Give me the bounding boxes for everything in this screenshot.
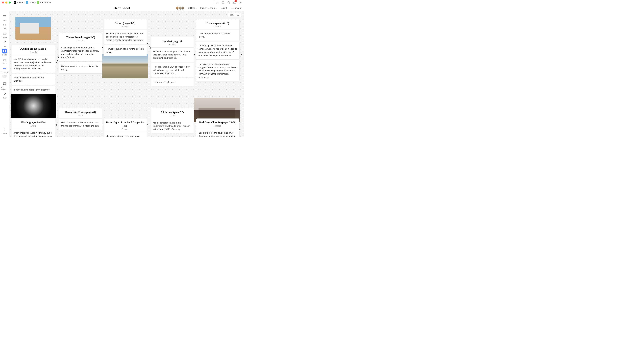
- tool-link[interactable]: Link: [1, 22, 8, 30]
- export-menu[interactable]: Export ⌄: [221, 7, 229, 9]
- device-count-value: 21: [216, 1, 219, 4]
- help-button[interactable]: ?: [222, 1, 224, 4]
- device-count[interactable]: 21: [214, 1, 219, 4]
- settings-button[interactable]: [238, 1, 242, 4]
- stack-header[interactable]: All Is Lost (page 77) 1 card: [150, 108, 194, 119]
- tool-board[interactable]: Board: [1, 48, 8, 56]
- publish-label: Publish & share: [200, 7, 215, 9]
- tool-add-image[interactable]: Add image: [1, 81, 8, 91]
- board-icon: [2, 49, 7, 53]
- minimize-window-button[interactable]: [5, 1, 8, 3]
- card[interactable]: Main character crashes his RV in the des…: [104, 29, 147, 44]
- svg-point-22: [4, 83, 4, 84]
- tool-draw-label: Draw: [2, 97, 6, 99]
- card[interactable]: Speaking into a camcorder, main characte…: [59, 44, 102, 61]
- card[interactable]: Main character debates his next move.: [196, 29, 240, 41]
- card[interactable]: An RV, driven by a crazed middle-aged ma…: [12, 55, 55, 73]
- tool-note[interactable]: Note: [1, 13, 8, 22]
- search-button[interactable]: [227, 1, 230, 4]
- tool-todo-label: To-do: [2, 36, 6, 38]
- stack-header[interactable]: Theme Stated (pages 1-3) 2 cards: [59, 33, 102, 44]
- close-window-button[interactable]: [2, 1, 4, 3]
- page-title: Beat Sheet: [114, 6, 130, 10]
- breadcrumb-current[interactable]: Beat Sheet: [37, 1, 51, 4]
- stack-all-is-lost[interactable]: All Is Lost (page 77) 1 card Main charac…: [150, 108, 194, 133]
- gear-icon: [238, 1, 242, 4]
- stack-header[interactable]: Break into Three (page 44) 1 card: [59, 108, 102, 119]
- column-icon: [2, 57, 7, 62]
- card[interactable]: He sees that his DEA agenct brother-in-l…: [150, 63, 194, 77]
- svg-rect-16: [3, 59, 6, 59]
- image-desert[interactable]: [102, 54, 148, 78]
- svg-line-4: [229, 3, 230, 4]
- card[interactable]: He's a man who must provide for his fami…: [59, 62, 102, 73]
- stack-header[interactable]: Bad Guys Close In (pages 29-39) 2 cards: [196, 119, 240, 129]
- breadcrumb-current-label: Beat Sheet: [40, 1, 51, 4]
- stack-title: Bad Guys Close In (pages 29-39): [198, 121, 237, 124]
- card[interactable]: He waits, gun in hand, for the police to…: [104, 45, 147, 56]
- image-dryer[interactable]: [10, 94, 56, 118]
- zoom-out-label: Zoom out: [232, 7, 241, 9]
- stack-bad-guys[interactable]: Bad Guys Close In (pages 29-39) 2 cards …: [196, 119, 240, 137]
- stack-debate[interactable]: Debate (pages 6-13) 3 cards Main charact…: [196, 19, 240, 81]
- stack-break-into-three[interactable]: Break into Three (page 44) 1 card Main c…: [59, 108, 102, 130]
- card[interactable]: Sirens can be heard in the distance.: [12, 86, 55, 94]
- breadcrumb-work[interactable]: Work: [26, 1, 34, 4]
- tool-more[interactable]: •••: [1, 74, 8, 78]
- maximize-window-button[interactable]: [9, 1, 11, 3]
- tool-board-label: Board: [2, 54, 7, 56]
- stack-dark-night[interactable]: Dark Night of the Soul (pages 44-46) 2 c…: [104, 119, 147, 137]
- stack-count: 2 cards: [106, 25, 144, 28]
- stack-set-up[interactable]: Set up (pages 1-5) 2 cards Main characte…: [104, 19, 147, 56]
- image-icon: [2, 81, 7, 86]
- card[interactable]: Main character collapses. The doctor tel…: [150, 47, 194, 62]
- breadcrumb-home[interactable]: ⌘ Home: [14, 1, 23, 4]
- stack-header[interactable]: Set up (pages 1-5) 2 cards: [104, 19, 147, 29]
- tool-line[interactable]: Line: [1, 39, 8, 48]
- stack-header[interactable]: Debate (pages 6-13) 3 cards: [196, 19, 240, 29]
- unsorted-pill[interactable]: 0 Unsorted: [228, 13, 241, 17]
- svg-text:?: ?: [222, 2, 224, 3]
- stack-catalyst[interactable]: Catalyst (page 6) 3 cards Main character…: [150, 37, 194, 86]
- stack-header[interactable]: Dark Night of the Soul (pages 44-46) 2 c…: [104, 119, 147, 132]
- breadcrumb-home-label: Home: [17, 1, 23, 4]
- help-icon: ?: [222, 1, 224, 4]
- tool-line-label: Line: [3, 45, 6, 47]
- stack-finale[interactable]: Finale (pages 88-129) 1 card Main charac…: [12, 119, 55, 137]
- notifications-button[interactable]: 1: [233, 1, 236, 4]
- editors-menu[interactable]: Editors ⌄: [188, 7, 197, 9]
- svg-rect-13: [5, 50, 6, 51]
- tool-add-image-label: Add image: [1, 86, 8, 90]
- publish-menu[interactable]: Publish & share ⌄: [200, 7, 217, 9]
- card[interactable]: He listens to his brother-in-law suggest…: [196, 60, 240, 81]
- card[interactable]: Main character is frenzied and worried.: [12, 74, 55, 85]
- svg-point-3: [228, 1, 230, 3]
- card[interactable]: Main character stands in his underpants …: [150, 119, 194, 133]
- tool-column[interactable]: Column: [1, 57, 8, 65]
- stack-title: Dark Night of the Soul (pages 44-46): [106, 121, 144, 128]
- stack-theme-stated[interactable]: Theme Stated (pages 1-3) 2 cards Speakin…: [59, 33, 102, 73]
- image-rv-beach[interactable]: [16, 17, 51, 40]
- collaborator-avatars[interactable]: [176, 6, 185, 10]
- chevron-down-icon: ⌄: [227, 7, 229, 9]
- chevron-down-icon: ⌄: [195, 7, 197, 9]
- card[interactable]: Main character realises the sirens are t…: [59, 119, 102, 130]
- tool-todo[interactable]: To-do: [1, 31, 8, 39]
- tool-trash[interactable]: Trash: [1, 127, 8, 135]
- tool-comment[interactable]: Comment: [1, 65, 8, 74]
- card[interactable]: Bad guys force the student to drive them…: [196, 129, 240, 137]
- card[interactable]: His interest is picqued.: [150, 78, 194, 86]
- card[interactable]: He puts up with snooty students at schoo…: [196, 42, 240, 59]
- tool-draw[interactable]: Draw: [1, 91, 8, 100]
- card[interactable]: Main character and student brew meth in …: [104, 132, 147, 137]
- zoom-out-button[interactable]: Zoom out: [232, 7, 241, 9]
- canvas[interactable]: 0 Unsorted Opening Image (page 1) 3: [9, 11, 244, 137]
- card[interactable]: Main character takes his money out of th…: [12, 129, 55, 137]
- stack-header[interactable]: Catalyst (page 6) 3 cards: [150, 37, 194, 47]
- stack-title: Break into Three (page 44): [61, 111, 100, 114]
- stack-count: 2 cards: [61, 39, 100, 42]
- stack-header[interactable]: Opening Image (page 1) 3 cards: [12, 45, 55, 55]
- stack-opening-image[interactable]: Opening Image (page 1) 3 cards An RV, dr…: [12, 45, 55, 94]
- header-actions: Editors ⌄ Publish & share ⌄ Export ⌄ Zoo…: [176, 6, 241, 10]
- stack-header[interactable]: Finale (pages 88-129) 1 card: [12, 119, 55, 129]
